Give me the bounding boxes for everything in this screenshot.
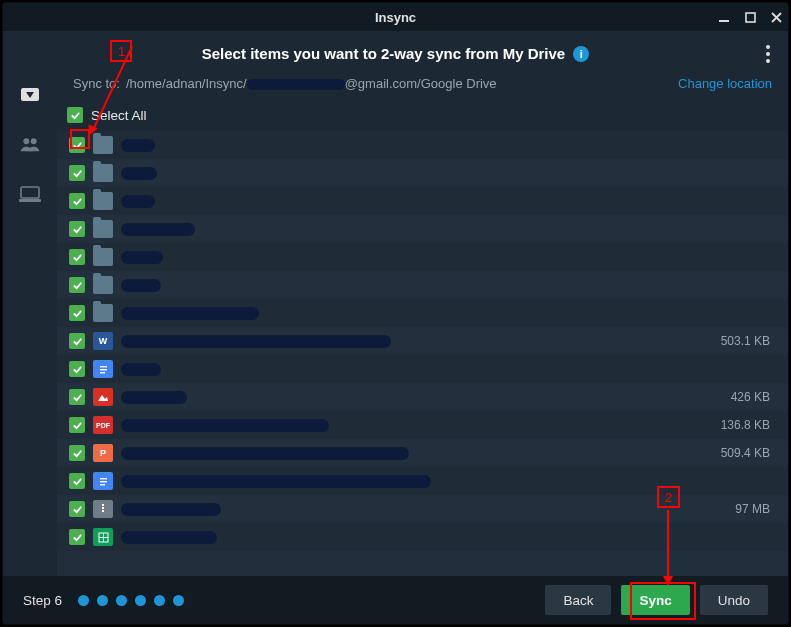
item-checkbox[interactable]	[69, 529, 85, 545]
item-checkbox[interactable]	[69, 473, 85, 489]
svg-rect-6	[19, 199, 41, 202]
item-checkbox[interactable]	[69, 249, 85, 265]
svg-rect-11	[100, 481, 107, 482]
svg-rect-14	[102, 507, 104, 509]
item-checkbox[interactable]	[69, 445, 85, 461]
list-item[interactable]	[57, 467, 788, 495]
kebab-menu-icon[interactable]	[766, 45, 770, 63]
redacted-filename	[121, 391, 187, 404]
svg-rect-8	[100, 369, 107, 370]
pdf-file-icon: PDF	[93, 416, 113, 434]
svg-point-4	[31, 138, 37, 144]
list-item[interactable]	[57, 355, 788, 383]
undo-button[interactable]: Undo	[700, 585, 768, 615]
info-icon[interactable]: i	[573, 46, 589, 62]
svg-rect-12	[100, 484, 105, 485]
list-item[interactable]	[57, 215, 788, 243]
sync-button[interactable]: Sync	[621, 585, 689, 615]
sidebar-computer-icon[interactable]	[19, 184, 41, 204]
redacted-filename	[121, 335, 391, 348]
list-item[interactable]: P509.4 KB	[57, 439, 788, 467]
redacted-filename	[121, 419, 329, 432]
list-item[interactable]	[57, 187, 788, 215]
app-window: Insync Select items you want to 2-way sy…	[2, 2, 789, 625]
list-item[interactable]: PDF136.8 KB	[57, 411, 788, 439]
redacted-filename	[121, 475, 431, 488]
archive-file-icon	[93, 500, 113, 518]
annotation-arrow-2	[667, 510, 669, 580]
redacted-filename	[121, 251, 163, 264]
back-button[interactable]: Back	[545, 585, 611, 615]
item-checkbox[interactable]	[69, 389, 85, 405]
folder-icon	[93, 304, 113, 322]
item-checkbox[interactable]	[69, 221, 85, 237]
list-item[interactable]: 97 MB	[57, 495, 788, 523]
file-size: 136.8 KB	[721, 418, 770, 432]
redacted-filename	[121, 503, 221, 516]
svg-point-3	[23, 138, 29, 144]
list-item[interactable]	[57, 271, 788, 299]
maximize-button[interactable]	[744, 11, 756, 23]
select-all-checkbox[interactable]	[67, 107, 83, 123]
item-checkbox[interactable]	[69, 165, 85, 181]
item-checkbox[interactable]	[69, 305, 85, 321]
folder-icon	[93, 220, 113, 238]
image-file-icon	[93, 388, 113, 406]
file-size: 509.4 KB	[721, 446, 770, 460]
item-checkbox[interactable]	[69, 193, 85, 209]
titlebar: Insync	[3, 3, 788, 31]
file-list[interactable]: W503.1 KB426 KBPDF136.8 KBP509.4 KB97 MB	[57, 131, 788, 576]
folder-icon	[93, 248, 113, 266]
list-item[interactable]	[57, 523, 788, 551]
list-item[interactable]: W503.1 KB	[57, 327, 788, 355]
sync-path-row: Sync to: /home/adnan/Insync/@gmail.com/G…	[57, 72, 788, 101]
body: Sync to: /home/adnan/Insync/@gmail.com/G…	[3, 72, 788, 576]
sidebar-shared-icon[interactable]	[19, 134, 41, 154]
gsheet-file-icon	[93, 528, 113, 546]
sidebar-drive-icon[interactable]	[19, 84, 41, 104]
svg-rect-1	[746, 13, 755, 22]
change-location-link[interactable]: Change location	[678, 76, 772, 91]
svg-rect-5	[21, 187, 39, 198]
step-dots	[78, 595, 184, 606]
item-checkbox[interactable]	[69, 333, 85, 349]
redacted-filename	[121, 307, 259, 320]
list-item[interactable]	[57, 243, 788, 271]
gdoc-file-icon	[93, 472, 113, 490]
list-item[interactable]	[57, 159, 788, 187]
svg-rect-10	[100, 478, 107, 479]
folder-icon	[93, 192, 113, 210]
svg-rect-0	[719, 20, 729, 22]
select-all-row: Select All	[57, 101, 788, 131]
item-checkbox[interactable]	[69, 417, 85, 433]
file-size: 503.1 KB	[721, 334, 770, 348]
step-label: Step 6	[23, 593, 62, 608]
item-checkbox[interactable]	[69, 501, 85, 517]
window-title: Insync	[375, 10, 416, 25]
word-file-icon: W	[93, 332, 113, 350]
sidebar	[3, 72, 57, 576]
redacted-filename	[121, 195, 155, 208]
item-checkbox[interactable]	[69, 277, 85, 293]
folder-icon	[93, 164, 113, 182]
main-panel: Sync to: /home/adnan/Insync/@gmail.com/G…	[57, 72, 788, 576]
file-size: 426 KB	[731, 390, 770, 404]
item-checkbox[interactable]	[69, 361, 85, 377]
redacted-filename	[121, 531, 217, 544]
gdoc-file-icon	[93, 360, 113, 378]
file-size: 97 MB	[735, 502, 770, 516]
list-item[interactable]: 426 KB	[57, 383, 788, 411]
redacted-filename	[121, 279, 161, 292]
list-item[interactable]	[57, 299, 788, 327]
svg-rect-15	[102, 510, 104, 512]
list-item[interactable]	[57, 131, 788, 159]
close-button[interactable]	[770, 11, 782, 23]
redacted-filename	[121, 223, 195, 236]
redacted-filename	[121, 447, 409, 460]
redacted-filename	[121, 139, 155, 152]
item-checkbox[interactable]	[69, 137, 85, 153]
svg-rect-9	[100, 372, 105, 373]
sync-path: /home/adnan/Insync/@gmail.com/Google Dri…	[126, 76, 672, 91]
folder-icon	[93, 136, 113, 154]
minimize-button[interactable]	[718, 11, 730, 23]
